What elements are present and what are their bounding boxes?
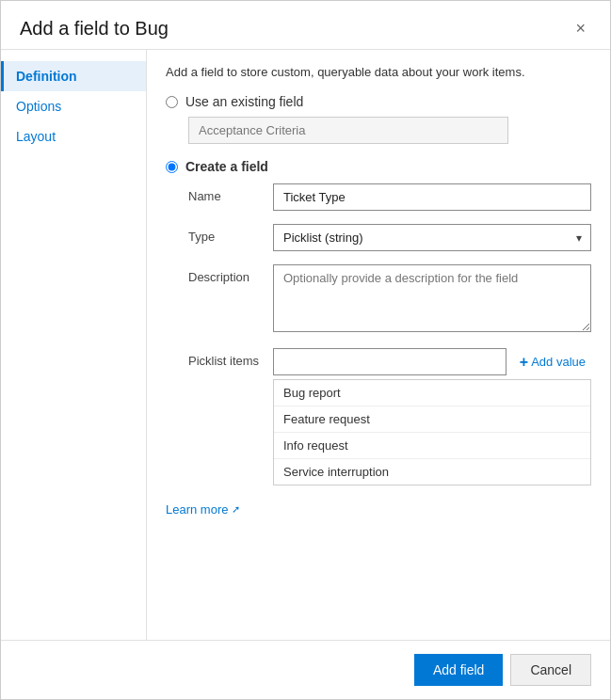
radio-create[interactable] — [166, 161, 178, 173]
list-item: Info request — [274, 433, 590, 459]
dialog-footer: Add field Cancel — [1, 640, 610, 699]
main-content: Add a field to store custom, queryable d… — [147, 50, 610, 640]
type-label: Type — [188, 224, 273, 244]
existing-field-wrapper — [188, 117, 591, 144]
close-button[interactable]: × — [570, 18, 591, 39]
name-input[interactable] — [273, 183, 591, 211]
radio-group-existing: Use an existing field — [166, 94, 591, 144]
field-row-picklist: Picklist items + Add value — [188, 348, 591, 375]
field-row-description: Description — [188, 264, 591, 335]
picklist-control: + Add value — [273, 348, 591, 375]
description-control — [273, 264, 591, 335]
sidebar-item-options[interactable]: Options — [1, 91, 146, 121]
intro-text: Add a field to store custom, queryable d… — [166, 65, 591, 79]
dialog-body: Definition Options Layout Add a field to… — [1, 50, 610, 640]
dialog-header: Add a field to Bug × — [1, 1, 610, 50]
type-select[interactable]: Picklist (string) Boolean DateTime Doubl… — [273, 224, 591, 251]
list-item: Service interruption — [274, 459, 590, 485]
picklist-input[interactable] — [273, 348, 506, 375]
existing-field-input[interactable] — [188, 117, 508, 144]
learn-more-label: Learn more — [166, 502, 228, 517]
dialog: Add a field to Bug × Definition Options … — [0, 0, 611, 700]
radio-existing[interactable] — [166, 96, 178, 108]
sidebar: Definition Options Layout — [1, 50, 147, 640]
type-control: Picklist (string) Boolean DateTime Doubl… — [273, 224, 591, 251]
sidebar-item-layout[interactable]: Layout — [1, 121, 146, 151]
picklist-label: Picklist items — [188, 348, 273, 368]
list-item: Feature request — [274, 406, 590, 433]
list-item: Bug report — [274, 380, 590, 406]
type-select-wrapper: Picklist (string) Boolean DateTime Doubl… — [273, 224, 591, 251]
name-control — [273, 183, 591, 211]
cancel-button[interactable]: Cancel — [510, 654, 591, 686]
add-value-label: Add value — [531, 355, 586, 369]
description-label: Description — [188, 264, 273, 284]
dialog-title: Add a field to Bug — [20, 18, 169, 40]
name-label: Name — [188, 183, 273, 203]
sidebar-item-definition[interactable]: Definition — [1, 61, 146, 91]
add-value-button[interactable]: + Add value — [514, 350, 591, 374]
learn-more-link[interactable]: Learn more ➚ — [166, 502, 591, 517]
radio-create-label[interactable]: Create a field — [185, 159, 268, 174]
field-row-type: Type Picklist (string) Boolean DateTime … — [188, 224, 591, 251]
description-textarea[interactable] — [273, 264, 591, 332]
plus-icon: + — [520, 354, 528, 371]
external-link-icon: ➚ — [232, 503, 240, 516]
radio-option-existing: Use an existing field — [166, 94, 591, 109]
field-row-name: Name — [188, 183, 591, 211]
picklist-items-list: Bug report Feature request Info request … — [273, 379, 591, 485]
radio-option-create: Create a field — [166, 159, 591, 174]
radio-existing-label[interactable]: Use an existing field — [185, 94, 303, 109]
add-field-button[interactable]: Add field — [414, 654, 503, 686]
picklist-input-wrapper: + Add value — [273, 348, 591, 375]
create-field-section: Name Type Picklist (string) Boolean Date — [188, 183, 591, 485]
